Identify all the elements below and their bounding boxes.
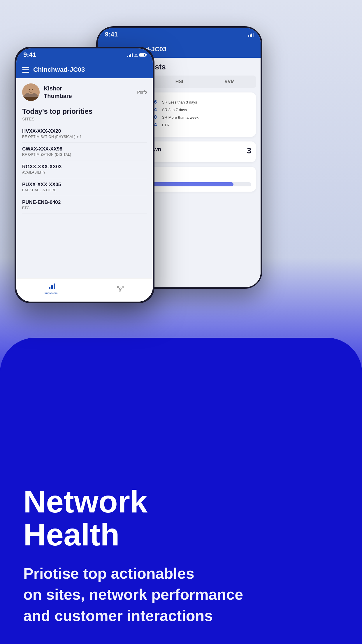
legend-text-3: SR More than a week xyxy=(162,115,198,120)
site-tag-1: RF OPTIMIZATION (DIGITAL) xyxy=(22,153,147,157)
site-name-3: PUXX-XXX-XX05 xyxy=(22,182,147,188)
svg-point-16 xyxy=(120,290,121,292)
main-heading: Network Health xyxy=(23,485,339,551)
back-status-icons xyxy=(248,32,254,37)
main-description: Priotise top actionables on sites, netwo… xyxy=(23,563,339,626)
svg-rect-9 xyxy=(22,97,40,101)
site-name-1: CWXX-XXX-XX98 xyxy=(22,146,147,152)
front-nav-bar: Chinchwad-JC03 xyxy=(16,61,153,78)
svg-line-18 xyxy=(121,288,122,288)
profile-name: Kishor Thombare xyxy=(44,85,72,100)
priorities-section: Today's top priorities Sites HVXX-XXX-XX… xyxy=(16,104,153,217)
svg-point-15 xyxy=(122,286,124,288)
phone-front-screen: 9:41 △ xyxy=(16,48,153,302)
nav-label-improvements: Improvem... xyxy=(45,292,60,295)
profile-info: Kishor Thombare xyxy=(44,85,72,100)
site-tag-3: BACKHAUL & CORE xyxy=(22,188,147,192)
avatar xyxy=(22,83,40,101)
site-tag-0: RF OPTIMISATION (PHYSICAL) + 1 xyxy=(22,135,147,139)
priorities-title: Today's top priorities xyxy=(22,107,147,116)
front-status-bar: 9:41 △ xyxy=(16,48,153,61)
site-tag-2: AVAILABILITY xyxy=(22,170,147,174)
legend-text-4: FTR xyxy=(162,123,169,127)
legend-list: 96 SR Less than 3 days 94 SR 3 to 7 days… xyxy=(148,99,251,130)
svg-point-6 xyxy=(27,86,35,94)
legend-text-1: SR Less than 3 days xyxy=(162,100,197,104)
svg-point-14 xyxy=(117,286,119,288)
legend-item-1: 96 SR Less than 3 days xyxy=(148,99,251,105)
legend-item-4: 64 FTR xyxy=(148,122,251,127)
site-tag-4: BTG xyxy=(22,206,147,210)
site-item-1[interactable]: CWXX-XXX-XX98 RF OPTIMIZATION (DIGITAL) xyxy=(22,143,147,160)
site-name-2: RGXX-XXX-XX03 xyxy=(22,164,147,170)
legend-item-2: 94 SR 3 to 7 days xyxy=(148,107,251,112)
legend-text-2: SR 3 to 7 days xyxy=(162,108,187,112)
svg-point-8 xyxy=(32,89,33,90)
phones-container: 9:41 Chinchwad-JC03 xyxy=(0,18,362,332)
site-name-0: HVXX-XXX-XX20 xyxy=(22,128,147,134)
back-status-bar: 9:41 xyxy=(98,28,261,41)
front-hamburger-icon[interactable] xyxy=(22,67,29,73)
site-name-4: PUNE-ENB-0402 xyxy=(22,200,147,205)
bottom-nav: Improvem... xyxy=(16,278,153,302)
front-status-time: 9:41 xyxy=(23,51,36,59)
svg-rect-11 xyxy=(51,285,53,289)
chart-up-icon xyxy=(48,282,56,290)
svg-rect-12 xyxy=(54,284,55,289)
heading-line2: Health xyxy=(23,517,120,552)
avatar-svg xyxy=(22,83,40,101)
front-screen-content: Kishor Thombare Perfo Today's top priori… xyxy=(16,78,153,302)
heading-line1: Network xyxy=(23,484,147,519)
text-section: Network Health Priotise top actionables … xyxy=(23,485,339,626)
network-icon xyxy=(116,285,124,293)
tab-vvm[interactable]: VVM xyxy=(204,77,255,87)
legend-item-3: 30 SR More than a week xyxy=(148,115,251,120)
svg-rect-10 xyxy=(49,287,50,289)
signal-icon xyxy=(248,32,254,37)
battery-icon xyxy=(139,53,146,57)
svg-point-7 xyxy=(29,89,30,90)
nav-item-improvements[interactable]: Improvem... xyxy=(45,282,60,295)
phone-front: 9:41 △ xyxy=(15,47,154,303)
wifi-icon: △ xyxy=(134,52,138,57)
priorities-subtitle: Sites xyxy=(22,117,147,121)
svg-line-17 xyxy=(119,288,120,288)
site-item-2[interactable]: RGXX-XXX-XX03 AVAILABILITY xyxy=(22,160,147,178)
front-status-icons: △ xyxy=(127,52,146,57)
page-background: 9:41 Chinchwad-JC03 xyxy=(0,0,362,644)
perf-tag: Perfo xyxy=(137,90,147,94)
site-item-0[interactable]: HVXX-XXX-XX20 RF OPTIMISATION (PHYSICAL)… xyxy=(22,125,147,143)
back-status-time: 9:41 xyxy=(105,31,118,38)
site-item-3[interactable]: PUXX-XXX-XX05 BACKHAUL & CORE xyxy=(22,178,147,196)
tab-hsi[interactable]: HSI xyxy=(154,77,205,87)
front-signal-icon xyxy=(127,52,133,57)
profile-section: Kishor Thombare Perfo xyxy=(16,78,153,104)
sites-down-count: 3 xyxy=(247,146,251,155)
svg-point-13 xyxy=(120,288,121,290)
front-nav-title: Chinchwad-JC03 xyxy=(33,66,85,74)
nav-item-network[interactable] xyxy=(116,285,124,293)
site-item-4[interactable]: PUNE-ENB-0402 BTG xyxy=(22,196,147,214)
